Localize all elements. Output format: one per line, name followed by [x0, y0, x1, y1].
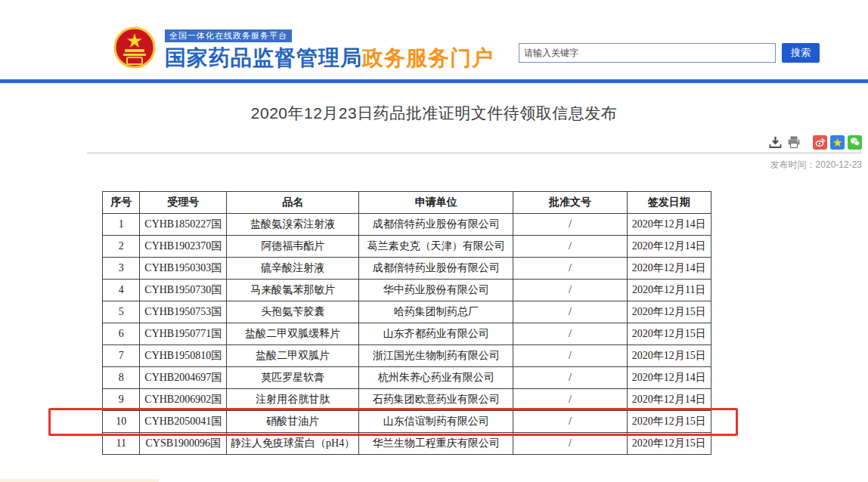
cell-approval-no: / — [513, 411, 627, 433]
platform-badge: 全国一体化在线政务服务平台 — [165, 29, 292, 42]
cell-issue-date: 2020年12月14日 — [627, 258, 711, 280]
cell-issue-date: 2020年12月11日 — [627, 280, 711, 301]
cell-seq: 10 — [103, 411, 140, 433]
cell-applicant: 石药集团欧意药业有限公司 — [359, 389, 513, 411]
weibo-share-icon[interactable] — [813, 135, 827, 150]
site-title: 国家药品监督管理局政务服务门户 — [165, 44, 494, 73]
page-title: 2020年12月23日药品批准证明文件待领取信息发布 — [0, 103, 868, 124]
cell-seq: 8 — [103, 367, 140, 389]
cell-acceptance-no: CYHB1950810国 — [140, 345, 227, 367]
favorite-share-icon[interactable]: ★ — [830, 135, 845, 150]
cell-acceptance-no: CYHB1850227国 — [140, 214, 227, 236]
cell-seq: 1 — [103, 214, 140, 236]
cell-product: 阿德福韦酯片 — [227, 236, 359, 258]
share-icons: ★ — [813, 135, 862, 150]
cell-approval-no: / — [513, 367, 627, 389]
cell-acceptance-no: CYHB2006902国 — [140, 389, 227, 411]
cell-applicant: 成都倍特药业股份有限公司 — [359, 214, 513, 236]
table-row: 4 CYHB1950730国 马来酸氯苯那敏片 华中药业股份有限公司 / 202… — [103, 280, 711, 301]
brand-block: 全国一体化在线政务服务平台 国家药品监督管理局政务服务门户 — [165, 28, 494, 73]
cell-acceptance-no: CYHB1950730国 — [140, 280, 227, 301]
cell-applicant: 华兰生物工程重庆有限公司 — [359, 433, 513, 455]
table-row: 7 CYHB1950810国 盐酸二甲双胍片 浙江国光生物制药有限公司 / 20… — [103, 345, 711, 367]
cell-approval-no: / — [513, 301, 627, 323]
cell-issue-date: 2020年12月14日 — [627, 367, 711, 389]
cell-applicant: 哈药集团制药总厂 — [359, 301, 513, 323]
col-header-approval-no: 批准文号 — [513, 192, 627, 214]
cell-issue-date: 2020年12月15日 — [627, 301, 711, 323]
cell-approval-no: / — [513, 389, 627, 411]
cell-acceptance-no: CYHB1902370国 — [140, 236, 227, 258]
cell-seq: 4 — [103, 280, 140, 301]
cell-product: 硫辛酸注射液 — [227, 258, 359, 280]
table-row: 5 CYHB1950753国 头孢氨苄胶囊 哈药集团制药总厂 / 2020年12… — [103, 301, 711, 323]
table-row: 11 CYSB1900096国 静注人免疫球蛋白（pH4） 华兰生物工程重庆有限… — [103, 433, 711, 455]
cell-product: 莫匹罗星软膏 — [227, 367, 359, 389]
bottom-edge-artifact — [0, 479, 159, 482]
site-suffix: 政务服务门户 — [362, 46, 494, 70]
table-row: 10 CYHB2050041国 硝酸甘油片 山东信谊制药有限公司 / 2020年… — [103, 411, 711, 433]
table-row: 1 CYHB1850227国 盐酸氨溴索注射液 成都倍特药业股份有限公司 / 2… — [103, 214, 711, 236]
cell-product: 静注人免疫球蛋白（pH4） — [227, 433, 359, 455]
site-name: 国家药品监督管理局 — [165, 46, 362, 70]
cell-issue-date: 2020年12月14日 — [627, 214, 711, 236]
cell-approval-no: / — [513, 345, 627, 367]
col-header-seq: 序号 — [103, 192, 140, 214]
cell-issue-date: 2020年12月15日 — [627, 345, 711, 367]
table-row: 3 CYHB1950303国 硫辛酸注射液 成都倍特药业股份有限公司 / 202… — [103, 258, 711, 280]
cell-product: 注射用谷胱甘肽 — [227, 389, 359, 411]
table-header-row: 序号 受理号 品名 申请单位 批准文号 签发日期 — [103, 192, 711, 214]
cell-applicant: 杭州朱养心药业有限公司 — [359, 367, 513, 389]
cell-approval-no: / — [513, 433, 627, 455]
cell-approval-no: / — [513, 236, 627, 258]
cell-product: 硝酸甘油片 — [227, 411, 359, 433]
approval-table: 序号 受理号 品名 申请单位 批准文号 签发日期 1 CYHB1850227国 … — [102, 191, 711, 455]
cell-applicant: 山东齐都药业有限公司 — [359, 323, 513, 345]
cell-seq: 5 — [103, 301, 140, 323]
cell-acceptance-no: CYHB1950753国 — [140, 301, 227, 323]
table-row: 2 CYHB1902370国 阿德福韦酯片 葛兰素史克（天津）有限公司 / 20… — [103, 236, 711, 258]
cell-applicant: 葛兰素史克（天津）有限公司 — [359, 236, 513, 258]
cell-product: 盐酸氨溴索注射液 — [227, 214, 359, 236]
page: 全国一体化在线政务服务平台 国家药品监督管理局政务服务门户 搜索 2020年12… — [0, 0, 868, 482]
publish-time: 发布时间：2020-12-23 — [770, 159, 862, 171]
wechat-share-icon[interactable] — [848, 135, 862, 150]
cell-seq: 11 — [103, 433, 140, 455]
cell-seq: 6 — [103, 323, 140, 345]
cell-approval-no: / — [513, 323, 627, 345]
site-header: 全国一体化在线政务服务平台 国家药品监督管理局政务服务门户 搜索 — [0, 0, 868, 79]
cell-product: 头孢氨苄胶囊 — [227, 301, 359, 323]
cell-approval-no: / — [513, 280, 627, 301]
cell-product: 盐酸二甲双胍缓释片 — [227, 323, 359, 345]
cell-acceptance-no: CYSB1900096国 — [140, 433, 227, 455]
search-bar: 搜索 — [519, 43, 820, 63]
print-icon[interactable] — [786, 134, 801, 150]
cell-applicant: 华中药业股份有限公司 — [359, 280, 513, 301]
table-row: 6 CYHB1950771国 盐酸二甲双胍缓释片 山东齐都药业有限公司 / 20… — [103, 323, 711, 345]
cell-issue-date: 2020年12月15日 — [627, 323, 711, 345]
table-row: 9 CYHB2006902国 注射用谷胱甘肽 石药集团欧意药业有限公司 / 20… — [103, 389, 711, 411]
title-divider — [87, 153, 862, 153]
article-toolbar: ★ — [767, 134, 862, 150]
table-body: 1 CYHB1850227国 盐酸氨溴索注射液 成都倍特药业股份有限公司 / 2… — [103, 214, 711, 455]
cell-seq: 3 — [103, 258, 140, 280]
cell-acceptance-no: CYHB2004697国 — [140, 367, 227, 389]
cell-acceptance-no: CYHB1950303国 — [140, 258, 227, 280]
cell-approval-no: / — [513, 214, 627, 236]
national-emblem-logo[interactable] — [111, 26, 158, 70]
col-header-issue-date: 签发日期 — [627, 192, 711, 214]
col-header-product: 品名 — [227, 192, 359, 214]
download-icon[interactable] — [767, 134, 783, 150]
cell-seq: 2 — [103, 236, 140, 258]
cell-seq: 9 — [103, 389, 140, 411]
search-input[interactable] — [519, 43, 776, 63]
national-emblem-icon — [111, 26, 158, 70]
search-button[interactable]: 搜索 — [782, 43, 820, 63]
cell-issue-date: 2020年12月15日 — [627, 433, 711, 455]
cell-applicant: 浙江国光生物制药有限公司 — [359, 345, 513, 367]
table-row: 8 CYHB2004697国 莫匹罗星软膏 杭州朱养心药业有限公司 / 2020… — [103, 367, 711, 389]
cell-seq: 7 — [103, 345, 140, 367]
cell-issue-date: 2020年12月14日 — [627, 389, 711, 411]
header-divider-bar — [0, 79, 868, 83]
cell-acceptance-no: CYHB2050041国 — [140, 411, 227, 433]
